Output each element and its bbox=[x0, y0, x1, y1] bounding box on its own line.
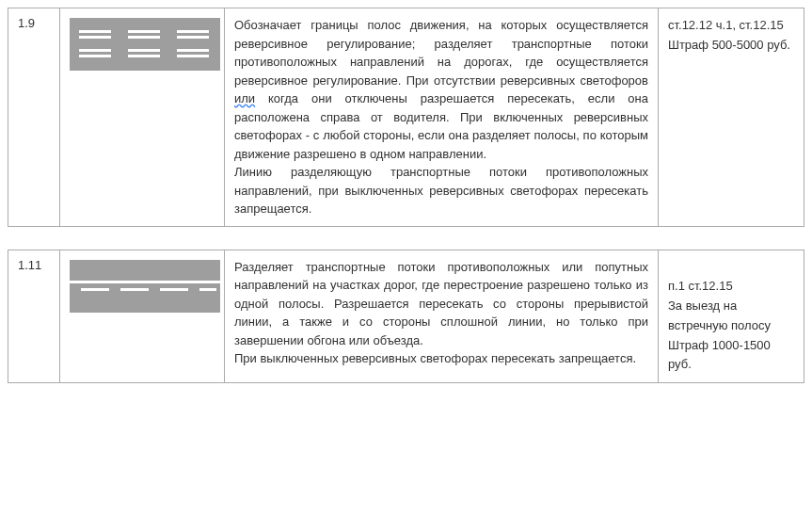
penalty-fine: Штраф 500-5000 руб. bbox=[668, 36, 794, 56]
marking-image-cell bbox=[60, 250, 225, 383]
marking-number: 1.11 bbox=[8, 250, 60, 383]
desc-text: когда они отключены разрешается пересека… bbox=[234, 91, 648, 161]
penalty-article: ст.12.12 ч.1, ст.12.15 bbox=[668, 16, 794, 36]
marking-description: Разделяет транспортные потоки противопол… bbox=[225, 250, 659, 383]
desc-text: Обозначает границы полос движения, на ко… bbox=[234, 18, 648, 88]
desc-text: Разделяет транспортные потоки противопол… bbox=[234, 260, 648, 347]
table-row: 1.11 Разделяет транспортные потоки проти… bbox=[8, 250, 804, 383]
penalty-note: За выезд на встречную полосу bbox=[668, 297, 794, 336]
road-marking-1-9-icon bbox=[70, 18, 220, 71]
penalty-cell: п.1 ст.12.15 За выезд на встречную полос… bbox=[659, 250, 804, 383]
desc-text: Линию разделяющую транспортные потоки пр… bbox=[234, 165, 648, 216]
table-row: 1.9 Обозначает границы полос движения, н… bbox=[8, 8, 804, 227]
marking-number: 1.9 bbox=[8, 8, 60, 227]
markings-table: 1.11 Разделяет транспортные потоки проти… bbox=[8, 250, 804, 384]
markings-table: 1.9 Обозначает границы полос движения, н… bbox=[8, 8, 804, 227]
marking-image-cell bbox=[60, 8, 225, 227]
marking-description: Обозначает границы полос движения, на ко… bbox=[225, 8, 659, 227]
underlined-word: или bbox=[234, 91, 255, 105]
desc-text: При выключенных реверсивных светофорах п… bbox=[234, 351, 636, 365]
penalty-fine: Штраф 1000-1500 руб. bbox=[668, 336, 794, 376]
road-marking-1-11-icon bbox=[70, 260, 220, 313]
penalty-article: п.1 ст.12.15 bbox=[668, 277, 794, 297]
penalty-cell: ст.12.12 ч.1, ст.12.15 Штраф 500-5000 ру… bbox=[659, 8, 804, 227]
